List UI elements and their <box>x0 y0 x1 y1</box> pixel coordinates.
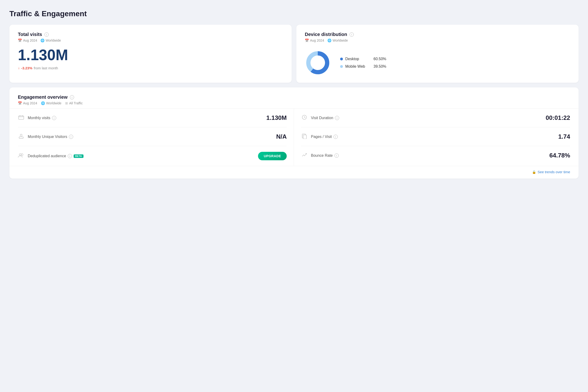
metrics-right-col: Visit Duration i 00:01:22 Pages / Visit … <box>294 108 570 166</box>
bounce-rate-left: Bounce Rate i <box>301 152 339 159</box>
svg-rect-15 <box>303 135 307 139</box>
pages-visit-left: Pages / Visit i <box>301 133 338 140</box>
see-trends-label: See trends over time <box>538 170 570 174</box>
dedup-info[interactable]: i <box>68 154 72 158</box>
desktop-label: Desktop <box>345 57 371 61</box>
device-dist-title: Device distribution <box>305 32 347 37</box>
monthly-visits-info[interactable]: i <box>52 116 56 120</box>
visit-duration-info[interactable]: i <box>335 116 339 120</box>
desktop-value: 60.50% <box>374 57 386 61</box>
svg-point-9 <box>19 154 21 156</box>
engagement-period: 📅 Aug 2024 <box>18 101 37 105</box>
device-dist-period: 📅 Aug 2024 <box>305 38 324 42</box>
pages-visit-row: Pages / Visit i 1.74 <box>301 128 570 146</box>
unique-visitors-row: Monthly Unique Visitors i N/A <box>18 128 287 146</box>
bounce-rate-row: Bounce Rate i 64.78% <box>301 146 570 165</box>
donut-svg <box>305 50 331 76</box>
visit-duration-left: Visit Duration i <box>301 114 339 122</box>
visit-duration-value: 00:01:22 <box>546 114 570 122</box>
visit-duration-label: Visit Duration i <box>311 116 339 120</box>
total-visits-title: Total visits <box>18 32 42 37</box>
visit-duration-row: Visit Duration i 00:01:22 <box>301 108 570 128</box>
device-dist-info-icon[interactable]: i <box>350 32 354 37</box>
card-footer: 🔒 See trends over time <box>18 166 570 178</box>
monthly-visits-label: Monthly visits i <box>28 116 56 120</box>
desktop-dot <box>340 58 343 60</box>
bounce-rate-info[interactable]: i <box>335 154 339 158</box>
total-visits-change: ↓ -3.23% from last month <box>18 66 283 70</box>
monthly-visits-value: 1.130M <box>266 114 287 122</box>
bounce-rate-icon <box>301 152 308 159</box>
engagement-traffic: ⊞ All Traffic <box>65 101 83 105</box>
device-content: Desktop 60.50% Mobile Web 39.50% <box>305 48 570 76</box>
see-trends-link[interactable]: 🔒 See trends over time <box>532 170 570 174</box>
bounce-rate-label: Bounce Rate i <box>311 154 339 158</box>
mobile-dot <box>340 65 343 68</box>
donut-chart <box>305 50 331 76</box>
dedup-left: Deduplicated audience i BETA <box>18 153 84 159</box>
dedup-label: Deduplicated audience i BETA <box>28 154 84 158</box>
engagement-header: Engagement overview i 📅 Aug 2024 🌐 World… <box>18 94 570 105</box>
visit-duration-icon <box>301 114 308 122</box>
unique-visitors-left: Monthly Unique Visitors i <box>18 133 73 140</box>
total-visits-value: 1.130M <box>18 48 283 62</box>
engagement-info-icon[interactable]: i <box>70 95 74 100</box>
metrics-grid: Monthly visits i 1.130M Monthly Unique V… <box>18 108 570 166</box>
bounce-rate-value: 64.78% <box>549 152 570 159</box>
svg-rect-3 <box>19 116 24 120</box>
calendar-icon-2: 📅 <box>305 38 309 42</box>
desktop-legend-item: Desktop 60.50% <box>340 57 386 61</box>
arrow-down-icon: ↓ <box>18 66 20 70</box>
pages-visit-value: 1.74 <box>558 133 570 140</box>
device-dist-meta: 📅 Aug 2024 🌐 Worldwide <box>305 38 570 42</box>
total-visits-header: Total visits i <box>18 32 283 37</box>
calendar-icon-3: 📅 <box>18 101 22 105</box>
mobile-value: 39.50% <box>374 64 386 68</box>
engagement-title: Engagement overview <box>18 94 68 100</box>
metrics-left-col: Monthly visits i 1.130M Monthly Unique V… <box>18 108 294 166</box>
mobile-label: Mobile Web <box>345 64 371 68</box>
svg-rect-8 <box>19 137 23 138</box>
dedup-icon <box>18 153 25 159</box>
total-visits-meta: 📅 Aug 2024 🌐 Worldwide <box>18 38 283 42</box>
upgrade-button[interactable]: UPGRADE <box>258 152 287 160</box>
globe-icon: 🌐 <box>41 38 45 42</box>
monthly-visits-icon <box>18 115 25 121</box>
monthly-visits-left: Monthly visits i <box>18 115 56 121</box>
calendar-icon: 📅 <box>18 38 22 42</box>
mobile-legend-item: Mobile Web 39.50% <box>340 64 386 68</box>
total-visits-card: Total visits i 📅 Aug 2024 🌐 Worldwide 1.… <box>10 25 292 83</box>
engagement-card: Engagement overview i 📅 Aug 2024 🌐 World… <box>10 88 578 178</box>
pages-visit-icon <box>301 133 308 140</box>
monthly-visits-row: Monthly visits i 1.130M <box>18 108 287 128</box>
total-visits-info-icon[interactable]: i <box>45 32 49 37</box>
svg-line-13 <box>304 117 305 118</box>
total-visits-period: 📅 Aug 2024 <box>18 38 37 42</box>
pages-visit-label: Pages / Visit i <box>311 135 338 139</box>
globe-icon-3: 🌐 <box>41 101 45 105</box>
unique-visitors-icon <box>18 133 25 140</box>
traffic-icon: ⊞ <box>65 101 68 105</box>
engagement-title-row: Engagement overview i <box>18 94 570 100</box>
unique-visitors-info[interactable]: i <box>69 135 73 139</box>
unique-visitors-value: N/A <box>276 133 287 140</box>
engagement-region: 🌐 Worldwide <box>41 101 61 105</box>
device-dist-region: 🌐 Worldwide <box>327 38 348 42</box>
svg-point-2 <box>311 56 324 69</box>
engagement-meta: 📅 Aug 2024 🌐 Worldwide ⊞ All Traffic <box>18 101 570 105</box>
page-title: Traffic & Engagement <box>10 10 578 18</box>
beta-badge: BETA <box>74 154 84 158</box>
svg-point-10 <box>21 154 23 156</box>
lock-icon: 🔒 <box>532 170 536 174</box>
change-label: from last month <box>34 66 58 70</box>
top-row: Total visits i 📅 Aug 2024 🌐 Worldwide 1.… <box>10 25 578 83</box>
pages-visit-info[interactable]: i <box>334 135 338 139</box>
total-visits-region: 🌐 Worldwide <box>41 38 61 42</box>
device-dist-header: Device distribution i <box>305 32 570 37</box>
unique-visitors-label: Monthly Unique Visitors i <box>28 135 73 139</box>
device-legend: Desktop 60.50% Mobile Web 39.50% <box>340 57 386 68</box>
svg-point-7 <box>20 134 22 136</box>
device-distribution-card: Device distribution i 📅 Aug 2024 🌐 World… <box>296 25 578 83</box>
globe-icon-2: 🌐 <box>327 38 331 42</box>
change-pct: -3.23% <box>21 66 33 70</box>
